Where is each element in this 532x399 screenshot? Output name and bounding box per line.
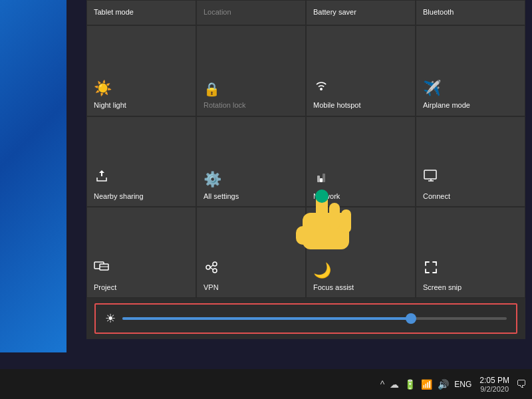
tile-airplane-mode[interactable]: ✈️ Airplane mode bbox=[416, 25, 525, 116]
taskbar-date: 9/2/2020 bbox=[479, 385, 509, 393]
svg-rect-3 bbox=[323, 174, 325, 182]
taskbar-battery-icon[interactable]: 🔋 bbox=[404, 379, 416, 390]
tile-nearby-sharing-label: Nearby sharing bbox=[94, 192, 144, 201]
tile-mobile-hotspot-label: Mobile hotspot bbox=[313, 101, 361, 110]
tile-airplane-mode-label: Airplane mode bbox=[423, 101, 470, 110]
taskbar-time: 2:05 PM bbox=[479, 376, 509, 385]
project-icon bbox=[94, 259, 110, 279]
tile-bluetooth[interactable]: Bluetooth bbox=[416, 0, 525, 25]
tile-network[interactable]: Network bbox=[306, 116, 416, 207]
screen-snip-icon bbox=[423, 259, 439, 279]
taskbar-onedrive-icon[interactable]: ☁ bbox=[390, 379, 399, 390]
brightness-slider-track[interactable] bbox=[122, 317, 507, 320]
taskbar: ^ ☁ 🔋 📶 🔊 ENG 2:05 PM 9/2/2020 🗨 bbox=[0, 369, 532, 399]
tile-rotation-lock-label: Rotation lock bbox=[203, 101, 246, 110]
connect-icon bbox=[423, 168, 439, 188]
night-light-icon: ☀️ bbox=[94, 80, 112, 97]
tile-project-label: Project bbox=[94, 283, 116, 292]
tiles-row-2: Nearby sharing ⚙️ All settings Network bbox=[86, 116, 525, 207]
network-icon bbox=[313, 168, 329, 188]
brightness-slider-fill bbox=[122, 317, 411, 320]
tile-tablet-mode-label: Tablet mode bbox=[94, 8, 134, 17]
desktop-background bbox=[0, 0, 66, 352]
settings-icon: ⚙️ bbox=[203, 171, 221, 188]
svg-point-8 bbox=[213, 262, 217, 266]
brightness-icon: ☀ bbox=[105, 311, 116, 326]
svg-rect-1 bbox=[320, 178, 323, 182]
svg-point-0 bbox=[320, 88, 323, 90]
svg-rect-2 bbox=[317, 176, 320, 182]
tile-mobile-hotspot[interactable]: Mobile hotspot bbox=[306, 25, 416, 116]
tile-nearby-sharing[interactable]: Nearby sharing bbox=[86, 116, 196, 207]
svg-rect-4 bbox=[424, 170, 436, 179]
svg-point-9 bbox=[213, 269, 217, 273]
rotation-lock-icon: 🔒 bbox=[203, 81, 220, 97]
tile-location[interactable]: Location bbox=[196, 0, 306, 25]
tile-bluetooth-label: Bluetooth bbox=[423, 8, 454, 17]
tile-vpn[interactable]: VPN bbox=[196, 207, 306, 298]
tile-focus-assist[interactable]: 🌙 Focus assist bbox=[306, 207, 416, 298]
tile-tablet-mode[interactable]: Tablet mode bbox=[86, 0, 196, 25]
tile-screen-snip[interactable]: Screen snip bbox=[416, 207, 525, 298]
taskbar-volume-icon[interactable]: 🔊 bbox=[438, 379, 449, 390]
taskbar-clock[interactable]: 2:05 PM 9/2/2020 bbox=[479, 376, 509, 393]
taskbar-system-icons: ^ ☁ 🔋 📶 🔊 ENG bbox=[380, 379, 472, 390]
tile-all-settings-label: All settings bbox=[203, 192, 239, 201]
tile-night-light[interactable]: ☀️ Night light bbox=[86, 25, 196, 116]
tile-connect-label: Connect bbox=[423, 192, 450, 201]
brightness-control: ☀ bbox=[94, 303, 517, 334]
taskbar-lang[interactable]: ENG bbox=[454, 380, 471, 389]
tiles-row-3: Project VPN 🌙 Focus assist bbox=[86, 207, 525, 298]
taskbar-wifi-icon[interactable]: 📶 bbox=[421, 379, 432, 390]
tile-network-label: Network bbox=[313, 192, 340, 201]
brightness-slider-thumb[interactable] bbox=[406, 313, 416, 324]
tile-night-light-label: Night light bbox=[94, 101, 126, 110]
tile-focus-assist-label: Focus assist bbox=[313, 283, 354, 292]
tiles-row-1: ☀️ Night light 🔒 Rotation lock Mobile ho… bbox=[86, 25, 525, 116]
focus-assist-icon: 🌙 bbox=[313, 262, 331, 279]
nearby-sharing-icon bbox=[94, 168, 110, 188]
tile-rotation-lock[interactable]: 🔒 Rotation lock bbox=[196, 25, 306, 116]
tile-screen-snip-label: Screen snip bbox=[423, 283, 462, 292]
tile-project[interactable]: Project bbox=[86, 207, 196, 298]
tile-connect[interactable]: Connect bbox=[416, 116, 525, 207]
tile-battery-saver-label: Battery saver bbox=[313, 8, 356, 17]
tile-location-label: Location bbox=[203, 8, 231, 17]
taskbar-chevron[interactable]: ^ bbox=[380, 379, 385, 390]
tile-battery-saver[interactable]: Battery saver bbox=[306, 0, 416, 25]
svg-point-7 bbox=[206, 265, 210, 269]
tile-all-settings[interactable]: ⚙️ All settings bbox=[196, 116, 306, 207]
header-tiles-row: Tablet mode Location Battery saver Bluet… bbox=[86, 0, 525, 25]
airplane-icon: ✈️ bbox=[423, 80, 441, 97]
tile-vpn-label: VPN bbox=[203, 283, 219, 292]
action-center: Tablet mode Location Battery saver Bluet… bbox=[86, 0, 525, 339]
mobile-hotspot-icon bbox=[313, 77, 329, 97]
taskbar-notification-icon[interactable]: 🗨 bbox=[516, 378, 527, 390]
vpn-icon bbox=[203, 259, 219, 279]
